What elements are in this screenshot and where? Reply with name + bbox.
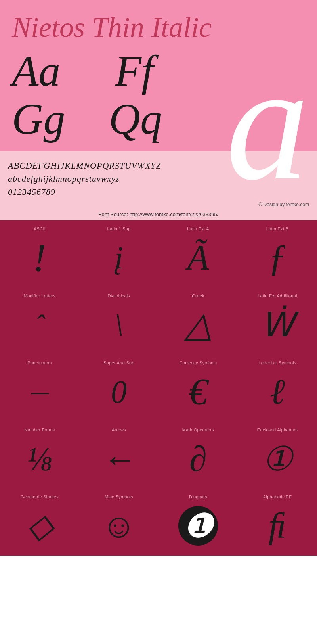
glyph-label-currency: Currency Symbols bbox=[180, 360, 217, 365]
letter-showcase: Aa Ff Gg Qq a bbox=[12, 47, 305, 143]
glyph-cell-alphabeticpf: Alphabetic PF ﬁ bbox=[238, 489, 317, 556]
glyph-label-dingbats: Dingbats bbox=[189, 494, 207, 499]
glyph-grid: ASCII ! Latin 1 Sup į Latin Ext A Ã Lati… bbox=[0, 220, 317, 556]
glyph-label-enclosedal: Enclosed Alphanum bbox=[257, 427, 298, 432]
glyph-label-alphabeticpf: Alphabetic PF bbox=[263, 494, 292, 499]
letter-pair-af: Aa Ff bbox=[12, 47, 162, 95]
glyph-char-euro: € bbox=[189, 370, 208, 414]
glyph-char-exclaim: ! bbox=[33, 236, 46, 280]
big-a-overlay: a bbox=[226, 39, 309, 206]
glyph-cell-letterlike: Letterlike Symbols ℓ bbox=[238, 355, 317, 422]
glyph-label-superandsub: Super And Sub bbox=[103, 360, 134, 365]
glyph-char-delta: △ bbox=[185, 303, 212, 347]
glyph-char-backslash: \ bbox=[115, 303, 123, 347]
glyph-char-fi: ﬁ bbox=[269, 504, 286, 548]
glyph-char-frac: ⅛ bbox=[27, 437, 52, 481]
glyph-cell-currency: Currency Symbols € bbox=[158, 355, 238, 422]
glyph-cell-latinexta: Latin Ext A Ã bbox=[158, 220, 238, 288]
glyph-char-wgrave: Ẇ bbox=[261, 303, 294, 347]
glyph-label-latin1sup: Latin 1 Sup bbox=[107, 226, 131, 231]
glyph-char-dash: — bbox=[31, 370, 48, 414]
glyph-char-filled1: ❶ bbox=[178, 504, 218, 548]
glyph-cell-latin1sup: Latin 1 Sup į bbox=[79, 220, 158, 288]
glyph-label-latinextb: Latin Ext B bbox=[266, 226, 289, 231]
glyph-cell-modletters: Modifier Letters ˆ bbox=[0, 288, 79, 355]
glyph-label-punctuation: Punctuation bbox=[27, 360, 52, 365]
glyph-cell-mathops: Math Operators ∂ bbox=[158, 422, 238, 489]
glyph-cell-numberforms: Number Forms ⅛ bbox=[0, 422, 79, 489]
glyph-label-numberforms: Number Forms bbox=[25, 427, 55, 432]
glyph-label-latinexta: Latin Ext A bbox=[187, 226, 209, 231]
glyph-label-modletters: Modifier Letters bbox=[24, 293, 56, 298]
glyph-char-smiley: ☺ bbox=[102, 504, 136, 548]
letter-pairs: Aa Ff Gg Qq bbox=[12, 47, 162, 143]
glyph-label-letterlike: Letterlike Symbols bbox=[258, 360, 296, 365]
glyph-cell-punctuation: Punctuation — bbox=[0, 355, 79, 422]
glyph-cell-diacriticals: Diacriticals \ bbox=[79, 288, 158, 355]
glyph-char-circled1: ① bbox=[262, 437, 292, 481]
glyph-char-filled1-inner: ❶ bbox=[178, 506, 218, 546]
glyph-label-geoshapes: Geometric Shapes bbox=[21, 494, 59, 499]
glyph-cell-ascii: ASCII ! bbox=[0, 220, 79, 288]
glyph-cell-greek: Greek △ bbox=[158, 288, 238, 355]
glyph-char-diamond: ◇ bbox=[27, 504, 53, 548]
glyph-cell-superandsub: Super And Sub 0 bbox=[79, 355, 158, 422]
glyph-cell-latinextb: Latin Ext B ƒ bbox=[238, 220, 317, 288]
glyph-cell-latinextadd: Latin Ext Additional Ẇ bbox=[238, 288, 317, 355]
glyph-char-super0: 0 bbox=[111, 370, 127, 414]
glyph-char-iota: į bbox=[115, 236, 123, 280]
glyph-char-caret: ˆ bbox=[35, 303, 44, 347]
glyph-char-arrow: ← bbox=[102, 437, 136, 481]
glyph-char-partial: ∂ bbox=[189, 437, 207, 481]
glyph-cell-dingbats: Dingbats ❶ bbox=[158, 489, 238, 556]
glyph-grid-section: ASCII ! Latin 1 Sup į Latin Ext A Ã Lati… bbox=[0, 220, 317, 556]
glyph-cell-arrows: Arrows ← bbox=[79, 422, 158, 489]
glyph-cell-miscsymbols: Misc Symbols ☺ bbox=[79, 489, 158, 556]
pink-header-section: Nietos Thin Italic Aa Ff Gg Qq a bbox=[0, 0, 317, 151]
glyph-label-greek: Greek bbox=[192, 293, 204, 298]
glyph-char-atilde: Ã bbox=[187, 236, 209, 280]
glyph-cell-enclosedal: Enclosed Alphanum ① bbox=[238, 422, 317, 489]
glyph-char-scriptl: ℓ bbox=[270, 370, 285, 414]
letter-pair-gq: Gg Qq bbox=[12, 95, 162, 143]
glyph-label-miscsymbols: Misc Symbols bbox=[105, 494, 133, 499]
glyph-label-arrows: Arrows bbox=[112, 427, 126, 432]
glyph-char-scriptf: ƒ bbox=[268, 236, 287, 280]
glyph-cell-geoshapes: Geometric Shapes ◇ bbox=[0, 489, 79, 556]
glyph-label-ascii: ASCII bbox=[34, 226, 46, 231]
glyph-label-diacriticals: Diacriticals bbox=[108, 293, 130, 298]
glyph-label-mathops: Math Operators bbox=[182, 427, 214, 432]
glyph-label-latinextadd: Latin Ext Additional bbox=[258, 293, 297, 298]
